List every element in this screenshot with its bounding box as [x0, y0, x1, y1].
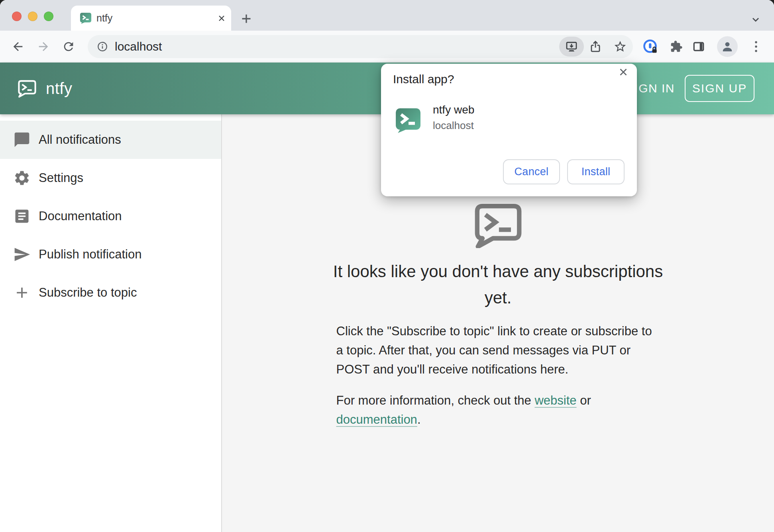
empty-state-title: It looks like you don't have any subscri…: [331, 258, 666, 311]
ntfy-logo-icon: [17, 80, 37, 98]
sidebar: All notifications Settings Documentation…: [0, 114, 222, 532]
ntfy-favicon-icon: [80, 12, 92, 24]
menu-dots-icon[interactable]: [753, 40, 761, 53]
sidebar-item-documentation[interactable]: Documentation: [0, 197, 221, 235]
sidebar-item-subscribe-to-topic[interactable]: Subscribe to topic: [0, 274, 221, 312]
sidebar-item-all-notifications[interactable]: All notifications: [0, 121, 221, 159]
sidebar-item-label: Publish notification: [39, 247, 142, 262]
sign-up-button[interactable]: SIGN UP: [685, 75, 754, 102]
forward-icon: [37, 40, 50, 53]
tab-title: ntfy: [96, 6, 112, 31]
more-info-middle: or: [577, 393, 591, 407]
url-bar[interactable]: localhost: [88, 35, 633, 58]
install-app-icon: [565, 40, 578, 53]
gear-icon: [13, 169, 31, 187]
more-info-suffix: .: [417, 413, 421, 426]
tab-strip: ntfy: [0, 0, 774, 31]
more-info-text: For more information, check out the webs…: [336, 391, 660, 429]
dialog-app-origin: localhost: [433, 119, 474, 132]
profile-avatar-icon[interactable]: [717, 36, 738, 57]
browser-window: ntfy localhost: [0, 0, 774, 532]
sidebar-item-label: Subscribe to topic: [39, 286, 137, 300]
sidebar-item-publish-notification[interactable]: Publish notification: [0, 235, 221, 274]
documentation-link[interactable]: documentation: [336, 413, 417, 426]
bookmark-star-icon[interactable]: [613, 40, 627, 53]
app-brand: ntfy: [46, 80, 72, 98]
onepassword-extension-icon[interactable]: [642, 39, 658, 55]
dialog-title: Install app?: [393, 72, 454, 86]
ntfy-app-icon: [395, 108, 421, 134]
new-tab-button[interactable]: [239, 12, 253, 26]
install-app-dialog: Install app? ntfy web localhost Cancel I…: [381, 64, 637, 196]
article-icon: [13, 207, 31, 225]
url-text[interactable]: localhost: [115, 35, 162, 58]
browser-toolbar: localhost: [0, 31, 774, 63]
more-info-prefix: For more information, check out the: [336, 393, 535, 407]
empty-state-body: Click the "Subscribe to topic" link to c…: [336, 322, 660, 379]
cancel-button[interactable]: Cancel: [503, 159, 560, 184]
browser-tab[interactable]: ntfy: [71, 6, 231, 31]
site-info-icon[interactable]: [97, 41, 108, 52]
tab-close-icon[interactable]: [217, 14, 226, 23]
chevron-down-icon[interactable]: [750, 14, 761, 25]
install-button[interactable]: Install: [567, 159, 625, 184]
sidebar-item-settings[interactable]: Settings: [0, 159, 221, 197]
install-app-button[interactable]: [559, 37, 584, 57]
dialog-close-icon[interactable]: [617, 66, 629, 78]
sidebar-item-label: All notifications: [39, 133, 121, 147]
send-icon: [13, 246, 31, 263]
website-link[interactable]: website: [534, 393, 576, 407]
back-icon[interactable]: [11, 40, 25, 53]
reload-icon[interactable]: [62, 40, 75, 53]
window-minimize-button[interactable]: [28, 12, 37, 21]
chat-bubble-icon: [13, 131, 31, 149]
window-zoom-button[interactable]: [44, 12, 53, 21]
share-icon[interactable]: [589, 40, 602, 53]
extensions-puzzle-icon[interactable]: [670, 40, 683, 53]
sidebar-item-label: Documentation: [39, 209, 122, 223]
dialog-app-name: ntfy web: [433, 104, 474, 116]
side-panel-icon[interactable]: [692, 40, 705, 53]
plus-icon: [13, 284, 31, 301]
sidebar-item-label: Settings: [39, 171, 83, 185]
ntfy-empty-state-icon: [473, 203, 524, 248]
window-close-button[interactable]: [12, 12, 22, 21]
